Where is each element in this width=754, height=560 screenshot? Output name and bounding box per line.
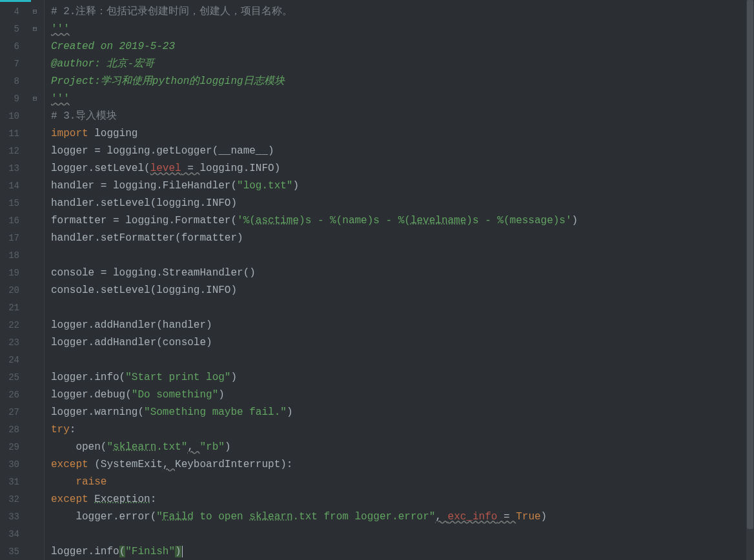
code-line[interactable]: raise <box>51 474 754 491</box>
code-line[interactable]: logger.addHandler(console) <box>51 334 754 352</box>
line-number[interactable]: 18 <box>0 247 26 265</box>
fold-empty <box>26 421 44 439</box>
line-number[interactable]: 35 <box>0 543 26 560</box>
line-number[interactable]: 24 <box>0 352 26 369</box>
code-token: to open <box>194 511 249 523</box>
line-number[interactable]: 29 <box>0 439 26 456</box>
line-number[interactable]: 13 <box>0 160 26 177</box>
fold-toggle-icon[interactable]: ⊟ <box>26 21 44 38</box>
line-number[interactable]: 25 <box>0 369 26 386</box>
line-number[interactable]: 32 <box>0 491 26 508</box>
code-line[interactable]: import logging <box>51 125 754 143</box>
line-number[interactable]: 26 <box>0 386 26 404</box>
code-token: open( <box>51 441 107 453</box>
line-number[interactable]: 14 <box>0 177 26 195</box>
code-token: logger.addHandler(console) <box>51 337 212 348</box>
code-editor[interactable]: 4567891011121314151617181920212223242526… <box>0 0 754 560</box>
code-line[interactable]: logger.addHandler(handler) <box>51 317 754 334</box>
code-token: )s - %(message)s' <box>466 215 571 226</box>
code-line[interactable] <box>51 526 754 543</box>
code-line[interactable] <box>51 247 754 265</box>
line-number[interactable]: 20 <box>0 282 26 299</box>
code-line[interactable]: handler.setLevel(logging.INFO) <box>51 195 754 212</box>
line-number[interactable]: 34 <box>0 526 26 543</box>
code-line[interactable]: Created on 2019-5-23 <box>51 38 754 55</box>
line-number[interactable]: 19 <box>0 265 26 282</box>
fold-empty <box>26 247 44 265</box>
code-token: ) <box>287 406 293 418</box>
code-line[interactable]: except (SystemExit, KeyboardInterrupt): <box>51 456 754 474</box>
fold-empty <box>26 456 44 474</box>
code-line[interactable]: ''' <box>51 21 754 38</box>
code-line[interactable]: logger.warning("Something maybe fail.") <box>51 404 754 421</box>
code-line[interactable]: console = logging.StreamHandler() <box>51 265 754 282</box>
code-token: # 2.注释：包括记录创建时间，创建人，项目名称。 <box>51 6 292 17</box>
code-area[interactable]: # 2.注释：包括记录创建时间，创建人，项目名称。'''Created on 2… <box>45 0 754 560</box>
code-line[interactable]: Project:学习和使用python的logging日志模块 <box>51 73 754 90</box>
code-token: import <box>51 128 88 139</box>
vertical-scrollbar-thumb[interactable] <box>747 0 753 529</box>
code-token: .txt from logger.error" <box>293 511 436 523</box>
line-number[interactable]: 15 <box>0 195 26 212</box>
code-token: : <box>70 424 76 435</box>
code-line[interactable]: except Exception: <box>51 491 754 508</box>
code-token: "Start print log" <box>125 372 230 383</box>
line-number[interactable]: 8 <box>0 73 26 90</box>
line-number[interactable]: 33 <box>0 508 26 526</box>
line-number[interactable]: 22 <box>0 317 26 334</box>
fold-empty <box>26 439 44 456</box>
code-line[interactable]: logger = logging.getLogger(__name__) <box>51 143 754 160</box>
line-number[interactable]: 10 <box>0 108 26 125</box>
line-number[interactable]: 12 <box>0 143 26 160</box>
code-line[interactable]: logger.info("Finish") <box>51 543 754 560</box>
code-token: ( <box>88 459 101 470</box>
line-number[interactable]: 31 <box>0 474 26 491</box>
code-line[interactable]: formatter = logging.Formatter('%(asctime… <box>51 212 754 230</box>
line-number[interactable]: 28 <box>0 421 26 439</box>
code-token <box>51 476 76 488</box>
fold-empty <box>26 386 44 404</box>
line-number-gutter[interactable]: 4567891011121314151617181920212223242526… <box>0 0 26 560</box>
code-line[interactable]: logger.info("Start print log") <box>51 369 754 386</box>
line-number[interactable]: 21 <box>0 299 26 317</box>
code-line[interactable]: logger.debug("Do something") <box>51 386 754 404</box>
fold-toggle-icon[interactable]: ⊟ <box>26 3 44 21</box>
fold-empty <box>26 265 44 282</box>
code-line[interactable]: # 2.注释：包括记录创建时间，创建人，项目名称。 <box>51 3 754 21</box>
code-line[interactable]: open("sklearn.txt", "rb") <box>51 439 754 456</box>
fold-empty <box>26 508 44 526</box>
line-number[interactable]: 16 <box>0 212 26 230</box>
line-number[interactable]: 23 <box>0 334 26 352</box>
line-number[interactable]: 9 <box>0 90 26 108</box>
code-line[interactable]: console.setLevel(logging.INFO) <box>51 282 754 299</box>
line-number[interactable]: 7 <box>0 55 26 73</box>
line-number[interactable]: 4 <box>0 3 26 21</box>
fold-empty <box>26 55 44 73</box>
code-token: except <box>51 494 88 505</box>
line-number[interactable]: 27 <box>0 404 26 421</box>
code-line[interactable]: try: <box>51 421 754 439</box>
code-token: logger.warning( <box>51 406 144 418</box>
code-line[interactable]: handler.setFormatter(formatter) <box>51 230 754 247</box>
code-line[interactable] <box>51 299 754 317</box>
line-number[interactable]: 30 <box>0 456 26 474</box>
fold-empty <box>26 195 44 212</box>
fold-toggle-icon[interactable]: ⊟ <box>26 90 44 108</box>
code-line[interactable]: ''' <box>51 90 754 108</box>
line-number[interactable]: 5 <box>0 21 26 38</box>
code-token: logger.info( <box>51 372 125 383</box>
code-line[interactable]: @author: 北京-宏哥 <box>51 55 754 73</box>
code-line[interactable]: logger.error("Faild to open sklearn.txt … <box>51 508 754 526</box>
code-token: ) <box>292 180 299 192</box>
line-number[interactable]: 11 <box>0 125 26 143</box>
code-token: handler = logging.FileHandler( <box>51 180 237 192</box>
line-number[interactable]: 6 <box>0 38 26 55</box>
code-line[interactable]: handler = logging.FileHandler("log.txt") <box>51 177 754 195</box>
code-token: handler.setLevel(logging.INFO) <box>51 197 237 209</box>
code-line[interactable] <box>51 352 754 369</box>
line-number[interactable]: 17 <box>0 230 26 247</box>
code-line[interactable]: # 3.导入模块 <box>51 108 754 125</box>
fold-column[interactable]: ⊟⊟⊟ <box>26 0 44 560</box>
code-line[interactable]: logger.setLevel(level = logging.INFO) <box>51 160 754 177</box>
vertical-scrollbar-track[interactable] <box>746 0 754 560</box>
